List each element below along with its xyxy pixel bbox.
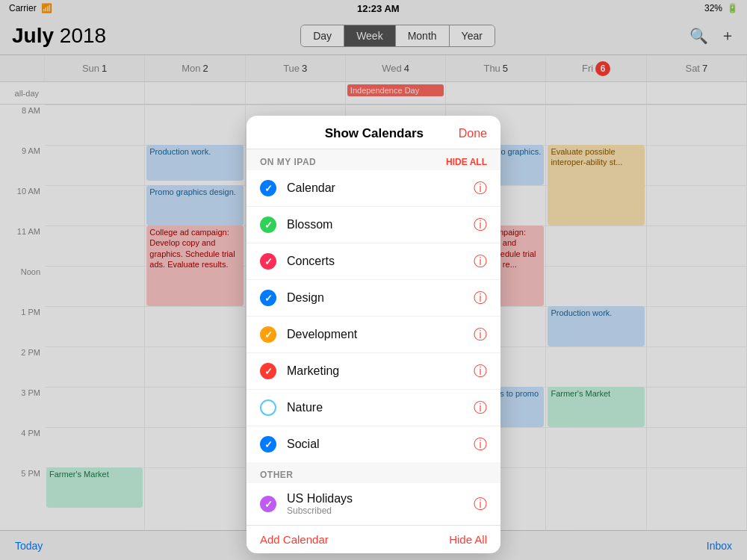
calendar-item[interactable]: ✓Concertsⓘ (247, 243, 500, 280)
info-icon[interactable]: ⓘ (474, 179, 487, 197)
calendar-other-item-sublabel: Subscribed (287, 505, 474, 516)
check-circle: ✓ (260, 326, 276, 343)
hide-all-footer-button[interactable]: Hide All (449, 533, 487, 546)
on-my-ipad-section: ON MY IPAD HIDE ALL (247, 149, 500, 170)
calendar-item-label: Blossom (287, 218, 474, 231)
calendar-item[interactable]: Natureⓘ (247, 390, 500, 426)
calendar-item-label: Nature (287, 401, 474, 414)
calendar-item[interactable]: ✓Developmentⓘ (247, 317, 500, 353)
info-icon[interactable]: ⓘ (474, 252, 487, 270)
calendar-item[interactable]: ✓Socialⓘ (247, 426, 500, 462)
calendar-other-item-label: US Holidays (287, 492, 474, 505)
check-circle (260, 399, 276, 416)
calendar-item-label: Concerts (287, 255, 474, 268)
check-circle: ✓ (260, 496, 276, 512)
on-my-ipad-label: ON MY IPAD (260, 157, 316, 167)
calendar-item[interactable]: ✓Designⓘ (247, 280, 500, 317)
check-circle: ✓ (260, 253, 276, 270)
modal-title: Show Calendars (290, 126, 459, 141)
other-label: OTHER (260, 470, 294, 480)
modal-header: Show Calendars Done (247, 116, 500, 149)
check-circle: ✓ (260, 180, 276, 196)
calendar-item-label: Development (287, 328, 474, 341)
calendar-item[interactable]: ✓Marketingⓘ (247, 353, 500, 390)
check-circle: ✓ (260, 363, 276, 379)
check-circle: ✓ (260, 290, 276, 306)
info-icon[interactable]: ⓘ (474, 326, 487, 343)
info-icon[interactable]: ⓘ (474, 289, 487, 307)
calendar-item-label: Marketing (287, 364, 474, 378)
calendar-item[interactable]: ✓Blossomⓘ (247, 207, 500, 243)
calendar-item-label: Design (287, 291, 474, 305)
modal-done-button[interactable]: Done (459, 127, 487, 140)
info-icon[interactable]: ⓘ (474, 216, 487, 234)
calendar-item-label: Social (287, 438, 474, 451)
calendar-item-label: Calendar (287, 181, 474, 195)
info-icon[interactable]: ⓘ (474, 435, 487, 453)
modal-footer: Add Calendar Hide All (247, 525, 500, 553)
calendar-other-item[interactable]: ✓US HolidaysSubscribedⓘ (247, 483, 500, 525)
show-calendars-modal: Show Calendars Done ON MY IPAD HIDE ALL … (247, 116, 500, 553)
add-calendar-button[interactable]: Add Calendar (260, 533, 329, 546)
info-icon[interactable]: ⓘ (474, 495, 487, 513)
check-circle: ✓ (260, 436, 276, 452)
info-icon[interactable]: ⓘ (474, 362, 487, 380)
calendar-item[interactable]: ✓Calendarⓘ (247, 170, 500, 207)
other-section: OTHER (247, 462, 500, 483)
hide-all-button[interactable]: HIDE ALL (446, 157, 487, 167)
check-circle: ✓ (260, 217, 276, 233)
info-icon[interactable]: ⓘ (474, 399, 487, 417)
